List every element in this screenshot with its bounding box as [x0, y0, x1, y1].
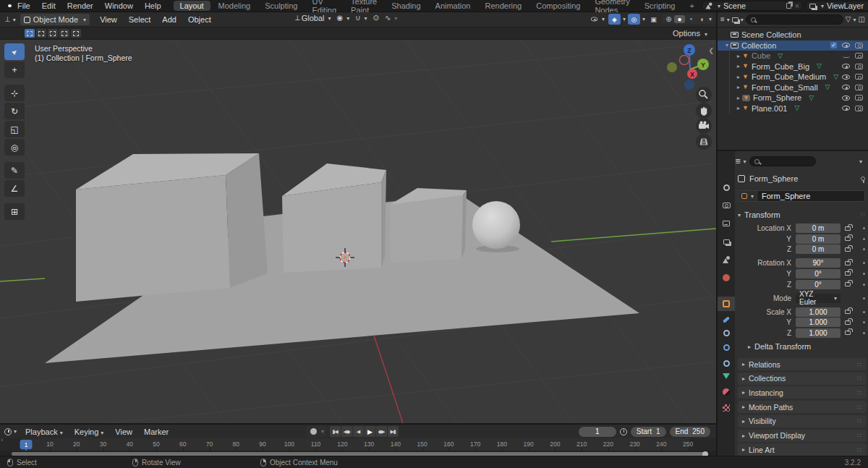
- new-scene-icon[interactable]: [786, 3, 791, 9]
- shading-solid-button[interactable]: ●: [674, 15, 685, 23]
- shading-wireframe-button[interactable]: ⊕: [663, 15, 674, 23]
- select-mode-extend[interactable]: [36, 29, 46, 38]
- timeline-menu-view[interactable]: View: [109, 427, 138, 436]
- sidebar-collapse-icon[interactable]: ❮: [708, 47, 714, 54]
- workspace-tab-layout[interactable]: Layout: [174, 1, 210, 11]
- menu-window[interactable]: Window: [99, 1, 139, 10]
- stopwatch-icon[interactable]: [620, 428, 627, 435]
- panel-viewport-display[interactable]: ▸Viewport Display∷: [738, 430, 867, 442]
- panel-drag-handle[interactable]: ∷: [861, 211, 865, 218]
- outliner-row-scene-collection[interactable]: Scene Collection: [718, 30, 868, 41]
- properties-tab-material[interactable]: [718, 385, 735, 399]
- viewport-menu-add[interactable]: Add: [156, 15, 182, 24]
- current-frame-field[interactable]: 1: [579, 427, 616, 437]
- object-id-icon-dropdown[interactable]: ▾: [738, 190, 757, 202]
- options-dropdown[interactable]: Options ▾: [673, 29, 707, 38]
- expand-arrow-icon[interactable]: ►: [735, 64, 742, 69]
- workspace-tab-animation[interactable]: Animation: [429, 1, 477, 11]
- panel-drag-handle[interactable]: ∷: [857, 375, 862, 382]
- panel-drag-handle[interactable]: ∷: [857, 404, 862, 411]
- value-field[interactable]: 0 m: [796, 224, 841, 233]
- panel-drag-handle[interactable]: ∷: [857, 417, 862, 425]
- gizmo-axis-neg-x[interactable]: [680, 56, 689, 65]
- form-cube-medium[interactable]: [282, 163, 386, 273]
- value-field[interactable]: 1.000: [796, 318, 841, 327]
- disable-render-icon[interactable]: [855, 64, 863, 69]
- expand-arrow-icon[interactable]: ►: [735, 95, 742, 101]
- tool-rotate[interactable]: ↻: [4, 103, 25, 119]
- lock-icon[interactable]: [845, 331, 851, 335]
- editor-type-button[interactable]: ⊥ ▾: [4, 16, 16, 23]
- properties-tab-output[interactable]: [718, 216, 735, 231]
- tool-select-box[interactable]: ►: [4, 43, 25, 60]
- end-frame-field[interactable]: 250: [692, 427, 705, 435]
- properties-tab-object-data[interactable]: [718, 369, 735, 383]
- outliner-display-mode[interactable]: ≡▾: [720, 16, 730, 23]
- outliner-row-form-sphere[interactable]: ►▼Form_Sphere▽: [718, 93, 868, 103]
- panel-relations[interactable]: ▸Relations∷: [738, 358, 867, 370]
- animate-property-dot[interactable]: [863, 248, 865, 250]
- viewlayer-selector[interactable]: ▾ ViewLayer ×: [806, 1, 868, 11]
- properties-tab-physics[interactable]: [718, 340, 735, 354]
- animate-property-dot[interactable]: [863, 297, 865, 299]
- jump-to-end-button[interactable]: ▶▮: [388, 426, 399, 437]
- lock-icon[interactable]: [845, 261, 851, 265]
- panel-drag-handle[interactable]: ∷: [857, 432, 862, 439]
- tool-scale[interactable]: ◱: [4, 121, 25, 137]
- disable-render-icon[interactable]: [855, 106, 863, 111]
- shading-material-button[interactable]: ◔: [685, 15, 696, 23]
- workspace-tab-scripting[interactable]: Scripting: [638, 1, 682, 11]
- workspace-tab-sculpting[interactable]: Sculpting: [258, 1, 304, 11]
- workspace-tab-modeling[interactable]: Modeling: [212, 1, 258, 11]
- expand-arrow-icon[interactable]: ▼: [723, 43, 731, 48]
- value-field[interactable]: 90°: [796, 258, 841, 268]
- tool-annotate[interactable]: ✎: [4, 162, 25, 179]
- hide-eye-icon[interactable]: [842, 106, 850, 111]
- close-scene-icon[interactable]: ×: [795, 2, 799, 10]
- disable-render-icon[interactable]: [855, 95, 863, 101]
- value-field[interactable]: 1.000: [796, 307, 841, 317]
- animate-property-dot[interactable]: [863, 311, 865, 313]
- start-frame-field[interactable]: 1: [656, 427, 660, 435]
- value-field[interactable]: 0°: [796, 280, 841, 289]
- lock-icon[interactable]: [845, 226, 851, 231]
- animate-property-dot[interactable]: [863, 332, 865, 334]
- animate-property-dot[interactable]: [863, 238, 865, 240]
- jump-to-next-keyframe-button[interactable]: ◆▶: [376, 426, 387, 437]
- select-mode-intersect[interactable]: [71, 29, 81, 38]
- play-reverse-button[interactable]: ◀: [353, 426, 364, 437]
- snap-controls[interactable]: ∪▾: [355, 14, 367, 22]
- zoom-button[interactable]: [696, 87, 712, 103]
- scene-name[interactable]: Scene: [723, 1, 746, 10]
- animate-property-dot[interactable]: [863, 227, 865, 229]
- menu-render[interactable]: Render: [61, 1, 99, 10]
- hide-eye-icon[interactable]: [842, 64, 850, 69]
- animate-property-dot[interactable]: [863, 262, 865, 264]
- tool-cursor[interactable]: +: [4, 61, 25, 78]
- expand-arrow-icon[interactable]: ►: [735, 85, 742, 90]
- select-mode-invert[interactable]: [59, 29, 69, 38]
- panel-drag-handle[interactable]: ∷: [857, 389, 862, 396]
- hide-eye-icon[interactable]: [842, 85, 850, 90]
- timeline-editor-type-button[interactable]: ▾: [4, 428, 17, 435]
- panel-collections[interactable]: ▸Collections∷: [738, 373, 867, 385]
- properties-tab-scene[interactable]: [718, 252, 735, 267]
- properties-editor-type-button[interactable]: ≣▾: [735, 158, 746, 165]
- jump-to-start-button[interactable]: ▮◀: [330, 426, 341, 437]
- transform-panel-header[interactable]: ▾ Transform ∷: [738, 210, 865, 219]
- outliner-row-form-cube-big[interactable]: ►▼Form_Cube_Big▽: [718, 61, 868, 72]
- properties-search-input[interactable]: [749, 156, 816, 166]
- properties-tab-texture[interactable]: [718, 401, 735, 415]
- gizmo-axis-neg-z[interactable]: [684, 80, 694, 90]
- select-mode-set[interactable]: [25, 29, 35, 38]
- gizmo-toggle[interactable]: ◈▾: [608, 14, 626, 25]
- disable-render-icon[interactable]: [855, 43, 863, 48]
- tool-add-cube[interactable]: ⊞: [4, 203, 25, 220]
- lock-icon[interactable]: [845, 282, 851, 286]
- pivot-point-dropdown[interactable]: ◉▾: [336, 14, 349, 22]
- panel-visibility[interactable]: ▸Visibility∷: [738, 415, 867, 427]
- disable-render-icon[interactable]: [855, 74, 863, 80]
- record-icon[interactable]: [310, 428, 317, 435]
- mode-dropdown[interactable]: Object Mode ▾: [20, 14, 90, 25]
- workspace-tab-shading[interactable]: Shading: [385, 1, 427, 11]
